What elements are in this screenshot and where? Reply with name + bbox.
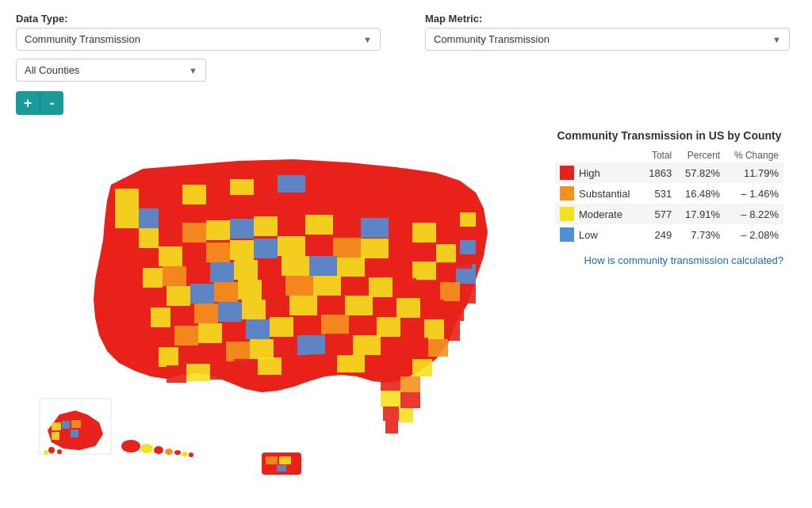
svg-rect-75: [266, 297, 289, 317]
county-filter-arrow-icon: ▼: [189, 66, 197, 75]
svg-rect-49: [309, 256, 337, 276]
svg-rect-71: [170, 306, 194, 326]
legend-change: – 2.08%: [725, 224, 783, 245]
legend-percent: 16.48%: [676, 183, 725, 204]
svg-rect-9: [254, 177, 278, 193]
data-type-dropdown[interactable]: Community Transmission ▼: [16, 28, 381, 51]
legend-total: 249: [642, 224, 676, 245]
svg-rect-38: [389, 240, 412, 260]
svg-rect-59: [214, 282, 238, 302]
svg-rect-54: [436, 262, 456, 282]
svg-rect-76: [289, 296, 317, 315]
svg-point-144: [154, 446, 163, 454]
svg-rect-5: [159, 189, 182, 208]
svg-rect-22: [305, 215, 333, 235]
svg-rect-121: [381, 391, 400, 407]
svg-point-143: [140, 444, 153, 453]
svg-rect-151: [279, 456, 291, 464]
svg-rect-102: [297, 335, 325, 355]
svg-rect-89: [293, 315, 321, 335]
svg-rect-1: [115, 189, 139, 208]
svg-rect-99: [226, 342, 250, 361]
svg-rect-133: [62, 421, 70, 429]
svg-rect-77: [317, 296, 345, 315]
zoom-in-button[interactable]: +: [16, 91, 40, 115]
svg-rect-114: [309, 354, 337, 372]
us-map: [16, 121, 542, 489]
legend-label-cell: Substantial: [555, 183, 642, 204]
svg-rect-73: [218, 302, 242, 322]
svg-rect-39: [412, 243, 436, 262]
legend-percent: 7.73%: [676, 224, 725, 245]
svg-rect-33: [254, 239, 278, 258]
svg-rect-28: [139, 248, 159, 268]
data-type-value: Community Transmission: [25, 33, 140, 45]
svg-rect-111: [234, 359, 258, 376]
svg-rect-87: [246, 319, 270, 339]
legend-percent: 17.91%: [676, 204, 725, 224]
svg-rect-115: [337, 355, 365, 372]
svg-rect-112: [258, 357, 282, 375]
svg-rect-100: [250, 339, 274, 359]
legend-total: 531: [642, 183, 676, 204]
svg-rect-101: [274, 337, 297, 357]
svg-rect-79: [373, 297, 396, 317]
svg-rect-120: [400, 376, 420, 392]
svg-rect-98: [202, 343, 226, 363]
svg-rect-48: [282, 256, 309, 276]
legend-percent: 57.82%: [676, 162, 725, 183]
legend-total: 577: [642, 204, 676, 224]
data-type-arrow-icon: ▼: [363, 35, 372, 44]
zoom-out-button[interactable]: -: [40, 91, 63, 115]
svg-rect-42: [143, 268, 163, 288]
svg-rect-43: [163, 266, 186, 286]
svg-rect-91: [349, 315, 377, 335]
map-metric-dropdown[interactable]: Community Transmission ▼: [425, 28, 790, 51]
svg-rect-94: [424, 319, 444, 339]
svg-rect-58: [190, 284, 214, 304]
svg-rect-37: [361, 239, 389, 258]
svg-rect-61: [262, 278, 285, 298]
svg-rect-78: [345, 296, 373, 315]
svg-rect-19: [230, 219, 254, 239]
svg-rect-153: [277, 465, 286, 472]
svg-point-141: [57, 449, 62, 454]
svg-rect-84: [174, 326, 198, 346]
svg-rect-62: [285, 276, 313, 296]
county-filter-dropdown[interactable]: All Counties ▼: [16, 59, 206, 82]
svg-rect-35: [305, 236, 333, 256]
svg-rect-82: [444, 301, 464, 321]
svg-rect-96: [159, 347, 178, 367]
svg-rect-86: [222, 322, 246, 342]
svg-rect-3: [115, 208, 139, 228]
legend-label-cell: Low: [555, 224, 642, 245]
svg-rect-113: [282, 356, 309, 373]
svg-rect-60: [238, 280, 262, 300]
svg-point-140: [44, 450, 48, 455]
svg-point-139: [48, 447, 55, 453]
color-swatch: [560, 227, 574, 242]
legend-category-label: Low: [579, 229, 598, 241]
svg-rect-119: [381, 375, 400, 391]
legend-category-label: High: [579, 167, 600, 179]
svg-rect-18: [206, 220, 230, 240]
svg-point-142: [121, 440, 140, 453]
svg-rect-117: [389, 357, 412, 375]
svg-rect-23: [333, 216, 361, 236]
svg-point-147: [182, 452, 188, 456]
svg-rect-150: [266, 456, 278, 464]
svg-rect-40: [436, 244, 456, 264]
community-transmission-link[interactable]: How is community transmission calculated…: [555, 254, 783, 266]
svg-rect-93: [400, 318, 424, 338]
svg-rect-17: [182, 223, 206, 243]
svg-rect-52: [389, 260, 412, 280]
svg-rect-97: [178, 346, 202, 365]
legend-row: Substantial 531 16.48% – 1.46%: [555, 183, 783, 204]
svg-rect-127: [460, 212, 476, 227]
legend-row: Low 249 7.73% – 2.08%: [555, 224, 783, 245]
svg-rect-105: [381, 337, 404, 357]
svg-rect-122: [400, 392, 420, 408]
svg-rect-74: [242, 300, 266, 319]
legend-label-cell: Moderate: [555, 204, 642, 224]
svg-rect-15: [139, 228, 159, 248]
